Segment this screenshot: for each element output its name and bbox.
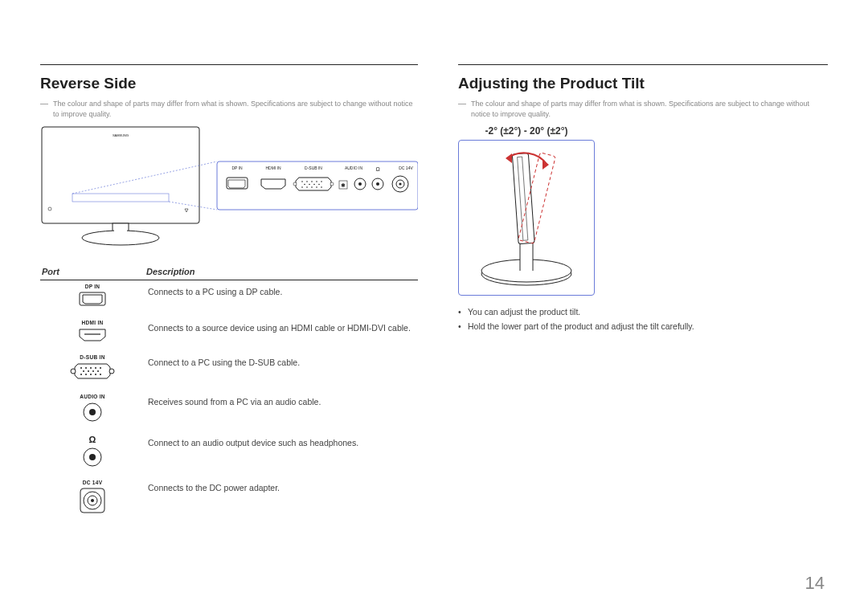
table-row: Ω Connect to an audio output device such… bbox=[40, 431, 418, 476]
svg-point-54 bbox=[90, 367, 92, 369]
svg-point-20 bbox=[330, 182, 334, 186]
right-column: Adjusting the Product Tilt ― The colour … bbox=[458, 64, 828, 522]
audio-jack-icon bbox=[81, 401, 104, 423]
headphone-jack-icon bbox=[81, 446, 104, 468]
reverse-side-illustration: SAMSUNG DP IN HDMI IN bbox=[40, 125, 418, 254]
port-desc: Connects to a PC using a DP cable. bbox=[145, 280, 418, 317]
description-header: Description bbox=[145, 264, 418, 280]
svg-text:AUDIO IN: AUDIO IN bbox=[345, 166, 363, 170]
port-header: Port bbox=[40, 264, 145, 280]
svg-marker-46 bbox=[83, 295, 102, 304]
monitor-brand-text: SAMSUNG bbox=[113, 133, 129, 137]
svg-point-24 bbox=[316, 181, 317, 182]
svg-point-33 bbox=[316, 186, 317, 188]
svg-point-29 bbox=[318, 184, 320, 186]
svg-marker-79 bbox=[506, 153, 512, 163]
note-dash-icon: ― bbox=[40, 99, 48, 108]
tilt-title: Adjusting the Product Tilt bbox=[458, 75, 828, 92]
headphone-icon: Ω bbox=[43, 435, 141, 446]
note-dash-icon: ― bbox=[458, 99, 466, 108]
dsub-port-icon bbox=[70, 362, 115, 382]
svg-marker-16 bbox=[228, 180, 245, 188]
port-desc: Receives sound from a PC via an audio ca… bbox=[145, 390, 418, 431]
svg-point-67 bbox=[89, 409, 96, 415]
svg-point-22 bbox=[306, 181, 308, 182]
svg-point-27 bbox=[309, 184, 310, 186]
svg-text:HDMI IN: HDMI IN bbox=[265, 166, 281, 170]
svg-point-62 bbox=[85, 374, 87, 375]
tilt-bullets: You can adjust the product tilt. Hold th… bbox=[458, 307, 828, 331]
port-desc: Connect to an audio output device such a… bbox=[145, 431, 418, 476]
svg-point-31 bbox=[306, 186, 308, 188]
svg-marker-47 bbox=[80, 329, 105, 341]
svg-marker-80 bbox=[542, 160, 549, 170]
svg-point-32 bbox=[311, 186, 313, 188]
svg-point-73 bbox=[91, 499, 94, 502]
svg-point-65 bbox=[100, 374, 101, 375]
svg-point-38 bbox=[358, 182, 362, 186]
svg-point-40 bbox=[376, 182, 379, 186]
svg-point-61 bbox=[80, 374, 82, 375]
tilt-note: The colour and shape of parts may differ… bbox=[471, 99, 828, 119]
svg-point-59 bbox=[92, 370, 94, 372]
svg-marker-18 bbox=[296, 178, 331, 190]
note-row: ― The colour and shape of parts may diff… bbox=[458, 99, 828, 119]
dc-port-icon bbox=[79, 487, 106, 514]
port-desc: Connects to a source device using an HDM… bbox=[145, 317, 418, 351]
svg-text:✱: ✱ bbox=[341, 182, 346, 188]
svg-point-53 bbox=[85, 367, 87, 369]
table-row: D-SUB IN Connect to a PC us bbox=[40, 351, 418, 390]
svg-rect-3 bbox=[114, 227, 127, 235]
svg-text:DC 14V: DC 14V bbox=[399, 166, 413, 170]
dp-port-icon bbox=[76, 291, 108, 309]
svg-rect-76 bbox=[512, 153, 534, 244]
tilt-illustration-frame bbox=[458, 140, 595, 296]
table-row: DP IN Connects to a PC using a DP cable. bbox=[40, 280, 418, 317]
table-row: AUDIO IN Receives sound from a PC via an… bbox=[40, 390, 418, 431]
svg-point-50 bbox=[71, 369, 76, 374]
svg-point-23 bbox=[311, 181, 313, 182]
svg-point-52 bbox=[80, 367, 82, 369]
port-description-table: Port Description DP IN Connects to a PC … bbox=[40, 264, 418, 522]
svg-rect-0 bbox=[42, 127, 199, 223]
svg-text:DP IN: DP IN bbox=[231, 166, 243, 170]
svg-point-51 bbox=[109, 369, 114, 374]
port-label: AUDIO IN bbox=[43, 394, 141, 401]
svg-point-25 bbox=[321, 181, 322, 182]
svg-text:D-SUB IN: D-SUB IN bbox=[305, 166, 322, 170]
svg-point-55 bbox=[95, 367, 96, 369]
svg-point-26 bbox=[304, 184, 305, 186]
port-label: HDMI IN bbox=[43, 320, 141, 327]
port-desc: Connects to the DC power adapter. bbox=[145, 476, 418, 522]
svg-point-58 bbox=[88, 370, 89, 372]
table-row: HDMI IN Connects to a source device usin… bbox=[40, 317, 418, 351]
svg-point-63 bbox=[90, 374, 92, 375]
monitor-rear-svg: SAMSUNG DP IN HDMI IN bbox=[40, 125, 418, 254]
note-row: ― The colour and shape of parts may diff… bbox=[40, 99, 418, 119]
svg-point-19 bbox=[293, 182, 297, 186]
svg-point-64 bbox=[95, 374, 96, 375]
reverse-side-title: Reverse Side bbox=[40, 75, 418, 92]
page-number: 14 bbox=[805, 573, 825, 594]
svg-point-44 bbox=[399, 183, 401, 186]
svg-point-30 bbox=[301, 186, 303, 188]
svg-point-21 bbox=[301, 181, 303, 182]
svg-point-34 bbox=[321, 186, 322, 188]
tilt-range-caption: -2° (±2°) - 20° (±2°) bbox=[458, 125, 595, 137]
svg-point-60 bbox=[97, 370, 99, 372]
hdmi-port-icon bbox=[76, 327, 108, 343]
port-label: D-SUB IN bbox=[43, 354, 141, 362]
reverse-side-note: The colour and shape of parts may differ… bbox=[53, 99, 418, 119]
svg-marker-17 bbox=[261, 179, 285, 189]
tilt-illustration-svg bbox=[464, 145, 589, 290]
svg-point-56 bbox=[100, 367, 101, 369]
left-column: Reverse Side ― The colour and shape of p… bbox=[40, 64, 418, 522]
svg-text:Ω: Ω bbox=[375, 166, 379, 172]
bullet-item: Hold the lower part of the product and a… bbox=[458, 321, 828, 331]
svg-point-57 bbox=[83, 370, 84, 372]
port-desc: Connect to a PC using the D-SUB cable. bbox=[145, 351, 418, 390]
svg-point-28 bbox=[313, 184, 315, 186]
table-row: DC 14V Connects to the DC power adapter. bbox=[40, 476, 418, 522]
bullet-item: You can adjust the product tilt. bbox=[458, 307, 828, 317]
svg-point-69 bbox=[89, 454, 96, 460]
